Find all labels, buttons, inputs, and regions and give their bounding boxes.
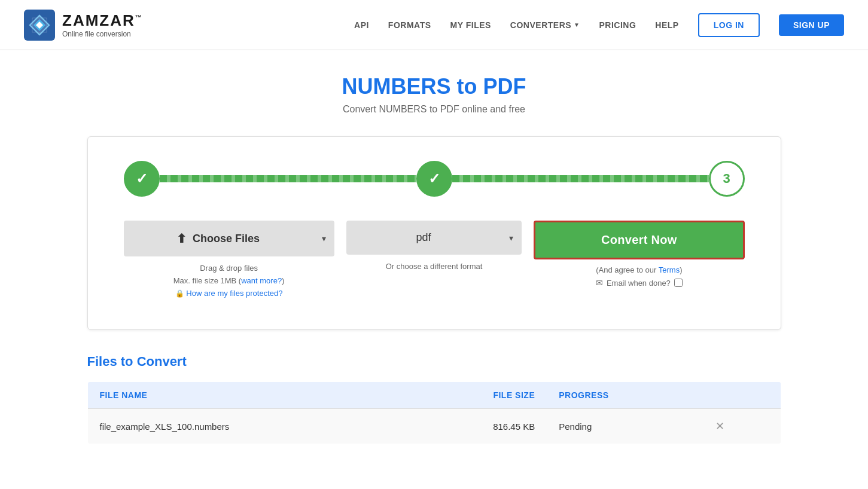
nav-my-files[interactable]: MY FILES [450, 20, 491, 30]
choose-files-button[interactable]: ⬆ Choose Files ▾ [124, 221, 334, 256]
email-row: ✉ Email when done? [596, 278, 683, 288]
controls-row: ⬆ Choose Files ▾ Drag & drop files Max. … [124, 221, 745, 299]
login-button[interactable]: LOG IN [698, 13, 760, 37]
conversion-box: ✓ ✓ 3 ⬆ Choose Files ▾ [87, 136, 781, 330]
col-progress: PROGRESS [547, 382, 701, 409]
files-helper-text: Drag & drop files Max. file size 1MB (wa… [173, 262, 285, 299]
files-table: FILE NAME FILE SIZE PROGRESS file_exampl… [87, 381, 781, 444]
nav-converters[interactable]: CONVERTERS ▼ [510, 20, 580, 30]
format-control-group: pdf ▾ Or choose a different format [346, 221, 522, 273]
step-3: 3 [709, 161, 745, 197]
table-row: file_example_XLS_100.numbers 816.45 KB P… [87, 409, 781, 444]
col-actions [701, 382, 781, 409]
format-value: pdf [416, 231, 431, 243]
step-1: ✓ [124, 161, 160, 197]
terms-text: (And agree to our Terms) [596, 265, 682, 274]
page-title: NUMBERS to PDF [87, 74, 781, 99]
files-heading: Files to Convert [87, 354, 781, 369]
col-filename: FILE NAME [87, 382, 409, 409]
files-section: Files to Convert FILE NAME FILE SIZE PRO… [87, 354, 781, 444]
file-progress-cell: Pending [547, 409, 701, 444]
step-line-2 [452, 175, 709, 182]
col-filesize: FILE SIZE [409, 382, 547, 409]
signup-button[interactable]: SIGN UP [779, 14, 844, 36]
page-title-section: NUMBERS to PDF Convert NUMBERS to PDF on… [87, 74, 781, 115]
file-size-cell: 816.45 KB [409, 409, 547, 444]
format-helper-text: Or choose a different format [386, 261, 483, 273]
remove-file-button[interactable]: ✕ [713, 420, 727, 433]
email-checkbox[interactable] [674, 279, 683, 287]
terms-link[interactable]: Terms [659, 265, 680, 274]
converters-chevron-icon: ▼ [574, 22, 580, 28]
logo[interactable]: ZAMZAR™ Online file conversion [24, 10, 143, 41]
step-3-label: 3 [723, 171, 730, 187]
step-2-check: ✓ [428, 170, 440, 187]
nav-formats[interactable]: FORMATS [388, 20, 431, 30]
step-1-check: ✓ [136, 170, 148, 187]
nav-pricing[interactable]: PRICING [599, 20, 636, 30]
step-2: ✓ [416, 161, 452, 197]
main-content: NUMBERS to PDF Convert NUMBERS to PDF on… [75, 50, 793, 468]
want-more-link[interactable]: want more? [241, 276, 282, 285]
logo-tagline: Online file conversion [62, 30, 143, 38]
main-nav: API FORMATS MY FILES CONVERTERS ▼ PRICIN… [354, 13, 844, 37]
files-protected-link[interactable]: How are my files protected? [186, 289, 282, 298]
format-select-button[interactable]: pdf ▾ [346, 221, 522, 255]
nav-api[interactable]: API [354, 20, 369, 30]
logo-name: ZAMZAR™ [62, 11, 143, 30]
nav-help[interactable]: HELP [655, 20, 678, 30]
upload-icon: ⬆ [176, 231, 187, 246]
choose-files-label: Choose Files [193, 233, 260, 245]
choose-files-arrow-icon: ▾ [313, 223, 334, 254]
logo-icon [24, 10, 55, 41]
email-label: Email when done? [607, 279, 671, 288]
convert-now-button[interactable]: Convert Now [534, 221, 744, 259]
format-arrow-icon: ▾ [501, 222, 522, 253]
page-subtitle: Convert NUMBERS to PDF online and free [87, 104, 781, 115]
step-line-1 [160, 175, 416, 182]
steps-indicator: ✓ ✓ 3 [124, 161, 745, 197]
files-control-group: ⬆ Choose Files ▾ Drag & drop files Max. … [124, 221, 334, 299]
email-icon: ✉ [596, 278, 603, 288]
lock-icon: 🔒 [175, 289, 184, 298]
file-remove-cell: ✕ [701, 409, 781, 444]
file-name-cell: file_example_XLS_100.numbers [87, 409, 409, 444]
convert-control-group: Convert Now (And agree to our Terms) ✉ E… [534, 221, 744, 288]
